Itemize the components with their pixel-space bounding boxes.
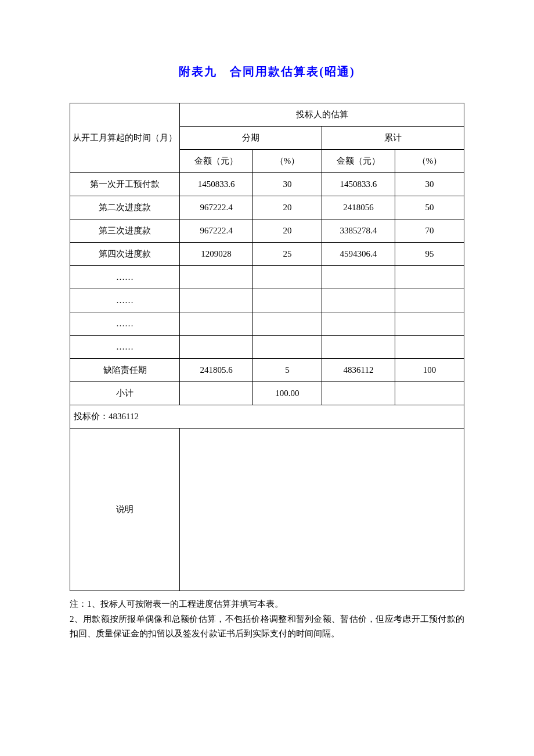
table-row: ……: [70, 312, 464, 336]
period-amount: 1450833.6: [180, 173, 253, 196]
cumulative-percent: [395, 382, 464, 405]
header-row-1: 从开工月算起的时间（月） 投标人的估算: [70, 103, 464, 127]
period-amount: [180, 289, 253, 312]
table-row: ……: [70, 266, 464, 289]
period-amount: 241805.6: [180, 359, 253, 382]
period-percent: [253, 312, 322, 336]
table-row: 第三次进度款 967222.4 20 3385278.4 70: [70, 219, 464, 243]
table-row: 缺陷责任期 241805.6 5 4836112 100: [70, 359, 464, 382]
cumulative-percent: 100: [395, 359, 464, 382]
cumulative-amount: [322, 289, 395, 312]
cumulative-amount: [322, 312, 395, 336]
cumulative-amount: 3385278.4: [322, 219, 395, 243]
footnote-1: 注：1、投标人可按附表一的工程进度估算并填写本表。: [70, 597, 464, 612]
row-label: ……: [70, 289, 180, 312]
table-row: 第一次开工预付款 1450833.6 30 1450833.6 30: [70, 173, 464, 196]
table-row-subtotal: 小计 100.00: [70, 382, 464, 405]
footnotes: 注：1、投标人可按附表一的工程进度估算并填写本表。 2、用款额按所报单偶像和总额…: [70, 597, 464, 642]
period-percent: 30: [253, 173, 322, 196]
row-label: 第一次开工预付款: [70, 173, 180, 196]
cumulative-amount: 4836112: [322, 359, 395, 382]
period-amount: [180, 266, 253, 289]
row-label: ……: [70, 312, 180, 336]
period-amount: [180, 336, 253, 359]
cumulative-amount: [322, 336, 395, 359]
cumulative-amount: 4594306.4: [322, 243, 395, 266]
page-title: 附表九 合同用款估算表(昭通): [70, 64, 464, 80]
period-percent: 100.00: [253, 382, 322, 405]
period-percent: 25: [253, 243, 322, 266]
cumulative-amount: [322, 382, 395, 405]
period-percent: [253, 266, 322, 289]
header-cumulative-percent: （%）: [395, 150, 464, 173]
bid-price-row: 投标价：4836112: [70, 405, 464, 429]
table-row: 第二次进度款 967222.4 20 2418056 50: [70, 196, 464, 219]
cumulative-percent: 30: [395, 173, 464, 196]
cumulative-percent: 70: [395, 219, 464, 243]
description-row: 说明: [70, 429, 464, 591]
cumulative-percent: [395, 266, 464, 289]
row-label: 第三次进度款: [70, 219, 180, 243]
period-amount: 967222.4: [180, 219, 253, 243]
cumulative-percent: [395, 336, 464, 359]
cumulative-amount: 2418056: [322, 196, 395, 219]
period-percent: 5: [253, 359, 322, 382]
row-label: ……: [70, 336, 180, 359]
row-label: 第二次进度款: [70, 196, 180, 219]
period-percent: 20: [253, 196, 322, 219]
table-row: ……: [70, 289, 464, 312]
cumulative-percent: [395, 289, 464, 312]
period-amount: 967222.4: [180, 196, 253, 219]
cumulative-amount: [322, 266, 395, 289]
row-label: 小计: [70, 382, 180, 405]
header-period-amount: 金额（元）: [180, 150, 253, 173]
estimate-table: 从开工月算起的时间（月） 投标人的估算 分期 累计 金额（元） （%） 金额（元…: [70, 103, 464, 591]
cumulative-percent: 50: [395, 196, 464, 219]
period-percent: [253, 289, 322, 312]
cumulative-amount: 1450833.6: [322, 173, 395, 196]
table-row: ……: [70, 336, 464, 359]
header-estimate: 投标人的估算: [180, 103, 464, 127]
cumulative-percent: 95: [395, 243, 464, 266]
header-cumulative: 累计: [322, 127, 464, 150]
row-label: 缺陷责任期: [70, 359, 180, 382]
description-label: 说明: [70, 429, 180, 591]
cumulative-percent: [395, 312, 464, 336]
period-percent: [253, 336, 322, 359]
bid-price-cell: 投标价：4836112: [70, 405, 464, 429]
period-amount: [180, 312, 253, 336]
footnote-2: 2、用款额按所报单偶像和总额价估算，不包括价格调整和暂列金额、暂估价，但应考虑开…: [70, 612, 464, 642]
period-amount: 1209028: [180, 243, 253, 266]
period-percent: 20: [253, 219, 322, 243]
row-label: ……: [70, 266, 180, 289]
header-period: 分期: [180, 127, 322, 150]
header-cumulative-amount: 金额（元）: [322, 150, 395, 173]
header-period-percent: （%）: [253, 150, 322, 173]
row-label: 第四次进度款: [70, 243, 180, 266]
table-row: 第四次进度款 1209028 25 4594306.4 95: [70, 243, 464, 266]
description-content: [180, 429, 464, 591]
header-row-label: 从开工月算起的时间（月）: [70, 103, 180, 173]
period-amount: [180, 382, 253, 405]
